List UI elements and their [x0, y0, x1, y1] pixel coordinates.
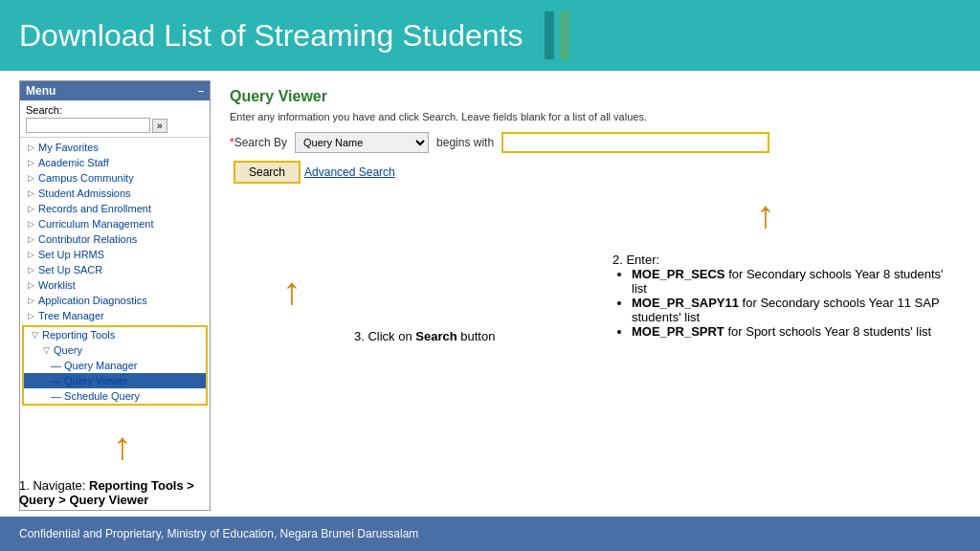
menu-item-campus-community[interactable]: ▷Campus Community [20, 170, 210, 186]
query-viewer-title: Query Viewer [230, 88, 961, 105]
menu-item-contributor[interactable]: ▷Contributor Relations [20, 231, 210, 247]
menu-item-app-diagnostics[interactable]: ▷Application Diagnostics [20, 293, 210, 308]
step2-title: 2. Enter: [612, 253, 957, 267]
header-decoration [545, 11, 569, 59]
menu-item-schedule-query[interactable]: — Schedule Query [24, 388, 206, 404]
search-button[interactable]: Search [234, 161, 301, 184]
bullet-2: MOE_PR_SAPY11 for Secondary schools Year… [632, 296, 957, 324]
search-buttons-row: Search Advanced Search [234, 161, 961, 184]
menu-items-list: ▷My Favorites ▷Academic Staff ▷Campus Co… [20, 138, 210, 409]
menu-search-input[interactable] [26, 118, 150, 133]
step3-text: 3. Click on Search button [354, 329, 495, 343]
menu-search-label: Search: [26, 104, 204, 116]
menu-item-setup-sacr[interactable]: ▷Set Up SACR [20, 262, 210, 277]
menu-item-worklist[interactable]: ▷Worklist [20, 277, 210, 293]
menu-header: Menu – [20, 81, 210, 100]
menu-item-favorites[interactable]: ▷My Favorites [20, 140, 210, 155]
asterisk: * [230, 136, 234, 149]
step2-bullets: MOE_PR_SECS for Secondary schools Year 8… [612, 267, 957, 339]
page-header: Download List of Streaming Students [0, 0, 980, 71]
menu-item-student-admissions[interactable]: ▷Student Admissions [20, 186, 210, 201]
query-viewer-description: Enter any information you have and click… [230, 111, 961, 122]
bar-1 [545, 11, 554, 59]
up-arrow-input: ↑ [756, 195, 775, 233]
menu-collapse-icon[interactable]: – [198, 85, 204, 97]
menu-item-query-manager[interactable]: — Query Manager [24, 358, 206, 373]
menu-item-academic-staff[interactable]: ▷Academic Staff [20, 155, 210, 170]
step2-section: 2. Enter: MOE_PR_SECS for Secondary scho… [612, 253, 957, 339]
menu-item-query-group[interactable]: ▽Query [24, 342, 206, 358]
menu-item-setup-hrms[interactable]: ▷Set Up HRMS [20, 247, 210, 262]
search-value-input[interactable] [501, 132, 769, 153]
menu-item-records-enrollment[interactable]: ▷Records and Enrollment [20, 201, 210, 216]
menu-item-curriculum[interactable]: ▷Curriculum Management [20, 216, 210, 231]
menu-item-tree-manager[interactable]: ▷Tree Manager [20, 308, 210, 323]
search-by-row: *Search By Query Name Query Type Uses Fi… [230, 132, 961, 153]
menu-title: Menu [26, 84, 56, 98]
content-right: Query Viewer Enter any information you h… [230, 80, 961, 511]
footer-text: Confidential and Proprietary, Ministry o… [19, 527, 418, 540]
arrow-search-button: ↑ [282, 272, 301, 310]
bullet-1: MOE_PR_SECS for Secondary schools Year 8… [632, 267, 957, 296]
up-arrow-menu: ↑ [113, 427, 132, 465]
begins-with-label: begins with [436, 136, 494, 149]
footer: Confidential and Proprietary, Ministry o… [0, 517, 980, 551]
menu-reporting-group: ▽Reporting Tools ▽Query — Query Manager … [22, 325, 208, 406]
menu-search-row: » [26, 118, 204, 133]
menu-item-query-viewer[interactable]: — Query Viewer [24, 373, 206, 388]
step1-text: 1. Navigate: Reporting Tools > Query > Q… [19, 478, 230, 507]
step3-bold: Search [415, 329, 457, 343]
up-arrow-search: ↑ [282, 272, 301, 310]
step1-bold: Reporting Tools > Query > Query Viewer [19, 478, 194, 507]
bar-2 [560, 11, 569, 59]
search-by-select[interactable]: Query Name Query Type Uses Field Name Us… [295, 132, 429, 153]
page-title: Download List of Streaming Students [19, 18, 523, 54]
arrow-search-input: ↑ [756, 195, 775, 233]
bullet-3: MOE_PR_SPRT for Sport schools Year 8 stu… [632, 324, 957, 339]
menu-item-reporting-tools[interactable]: ▽Reporting Tools [24, 327, 206, 342]
query-viewer-section: Query Viewer Enter any information you h… [230, 80, 961, 191]
main-content: Menu – Search: » ▷My Favorites ▷Academic… [0, 71, 980, 520]
menu-search-section: Search: » [20, 100, 210, 138]
search-by-label: *Search By [230, 136, 287, 149]
menu-search-button[interactable]: » [152, 119, 167, 133]
advanced-search-link[interactable]: Advanced Search [304, 165, 395, 179]
